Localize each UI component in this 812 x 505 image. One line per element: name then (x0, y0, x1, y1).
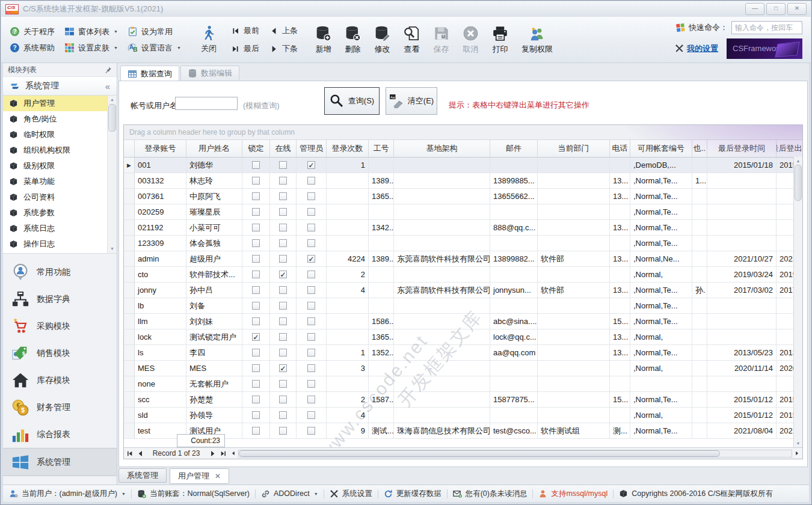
cell-workno[interactable]: 1389... (369, 173, 394, 188)
cell-org[interactable] (394, 204, 490, 219)
cell-admin[interactable] (297, 423, 327, 438)
cell-last_login[interactable] (707, 204, 777, 219)
scroll-down-icon[interactable]: ▼ (796, 439, 801, 447)
cell-dept[interactable]: 软件测试组 (538, 423, 610, 438)
cell-admin[interactable]: ✓ (297, 251, 327, 266)
cell-org[interactable]: 珠海喜鹊信息技术有限公司 (394, 423, 490, 438)
cell-account[interactable]: llm (135, 314, 186, 329)
horizontal-scroll-thumb[interactable] (239, 450, 720, 457)
column-header-org[interactable]: 基地架构 (394, 140, 490, 157)
cell-locked[interactable] (242, 267, 270, 282)
module-button-数据字典[interactable]: 数据字典 (3, 286, 117, 313)
cell-books[interactable]: ,Normal,Ne... (630, 251, 692, 266)
cell-account[interactable]: 003132 (135, 173, 186, 188)
cell-name[interactable]: 林志玲 (186, 173, 242, 188)
cell-locked[interactable] (242, 314, 270, 329)
cell-books[interactable]: ,Normal,Te... (630, 298, 692, 313)
cell-org[interactable] (394, 298, 490, 313)
cell-online[interactable] (270, 236, 297, 251)
toolbar-button-view[interactable]: 查看 (397, 22, 426, 57)
cell-last_login[interactable] (707, 329, 777, 344)
checkbox[interactable] (307, 364, 315, 372)
toolbar-button-copyperm[interactable]: 复制权限 (515, 22, 559, 57)
cell-online[interactable] (270, 408, 297, 423)
table-row[interactable]: MESMES✓3,Normal,2020/11/142020/1 (124, 361, 803, 376)
table-row[interactable]: none无套帐用户 (124, 376, 803, 392)
cell-phone[interactable] (610, 298, 630, 313)
table-row[interactable]: 003132林志玲1389...13899885...13...,Normal,… (124, 173, 803, 189)
cell-extra[interactable] (692, 423, 707, 438)
cell-books[interactable]: ,Normal,Te... (630, 220, 692, 235)
cell-last_login[interactable]: 2020/11/14 (707, 361, 777, 376)
table-row[interactable]: scc孙楚楚21587...15877875...15...,Normal,Te… (124, 392, 803, 408)
cell-name[interactable]: 测试锁定用户 (186, 329, 242, 344)
cell-email[interactable]: jonnysun... (490, 283, 538, 298)
cell-dept[interactable] (538, 267, 610, 282)
cell-org[interactable] (394, 408, 490, 423)
cell-online[interactable] (270, 220, 297, 235)
cell-admin[interactable] (297, 220, 327, 235)
cell-last_login[interactable] (707, 173, 777, 188)
cell-online[interactable] (270, 298, 297, 313)
cell-name[interactable]: 孙领导 (186, 408, 242, 423)
cell-extra[interactable] (692, 345, 707, 360)
sidebar-item-级别权限[interactable]: 级别权限 (3, 158, 108, 174)
cell-name[interactable]: 小菜可可 (186, 220, 242, 235)
record-first-button[interactable] (124, 448, 135, 458)
checkbox[interactable] (307, 349, 315, 357)
cell-workno[interactable] (369, 267, 394, 282)
status-item[interactable]: 系统设置 (330, 489, 372, 499)
cell-dept[interactable] (538, 189, 610, 204)
column-header-books[interactable]: 可用帐套编号 (630, 140, 692, 157)
column-header-account[interactable]: 登录账号 (135, 140, 186, 157)
cell-books[interactable]: ,DemoDB,... (630, 158, 692, 173)
checkbox[interactable] (307, 411, 315, 419)
record-last-button[interactable] (218, 448, 229, 458)
checkbox[interactable] (279, 161, 287, 169)
cell-last_login[interactable]: 2013/05/23 (707, 345, 777, 360)
checkbox[interactable]: ✓ (307, 255, 315, 263)
module-button-采购模块[interactable]: 采购模块 (3, 313, 117, 340)
cell-workno[interactable]: 1587... (369, 392, 394, 407)
cell-logins[interactable] (327, 329, 369, 344)
module-button-常用功能[interactable]: 常用功能 (3, 259, 117, 286)
cell-account[interactable]: 001 (135, 158, 186, 173)
cell-last_login[interactable]: 2015/01/12 (707, 392, 777, 407)
column-header-email[interactable]: 邮件 (490, 140, 538, 157)
checkbox[interactable] (252, 349, 260, 357)
checkbox[interactable] (307, 192, 315, 200)
cell-logins[interactable]: 4 (327, 283, 369, 298)
cell-org[interactable] (394, 376, 490, 391)
cell-online[interactable]: ✓ (270, 361, 297, 376)
sidebar-item-操作日志[interactable]: 操作日志 (3, 236, 108, 252)
cell-phone[interactable] (610, 361, 630, 376)
cell-account[interactable]: cto (135, 267, 186, 282)
cell-online[interactable] (270, 376, 297, 391)
cell-books[interactable]: ,Normal, (630, 408, 692, 423)
account-input[interactable] (175, 97, 238, 110)
checkbox[interactable] (307, 427, 315, 435)
sidebar-scroll-thumb[interactable] (108, 104, 116, 132)
cell-online[interactable] (270, 251, 297, 266)
sidebar-item-组织机构权限[interactable]: 组织机构权限 (3, 142, 108, 158)
sidebar-item-角色/岗位[interactable]: 角色/岗位 (3, 111, 108, 127)
cell-admin[interactable] (297, 173, 327, 188)
cell-account[interactable]: none (135, 376, 186, 391)
cell-org[interactable]: 东莞喜鹊软件科技有限公司 (394, 283, 490, 298)
cell-locked[interactable] (242, 173, 270, 188)
checkbox[interactable] (252, 302, 260, 310)
doc-tab-用户管理[interactable]: 用户管理✕ (170, 468, 229, 484)
cell-phone[interactable] (610, 267, 630, 282)
checkbox[interactable] (307, 208, 315, 216)
toolbar-button-fav[interactable]: 设为常用 (128, 26, 181, 37)
cell-extra[interactable] (692, 376, 707, 391)
status-item[interactable]: Copyrights 2006-2016 C/S框架网版权所有 (619, 489, 773, 499)
cell-extra[interactable] (692, 236, 707, 251)
cell-logins[interactable]: 4 (327, 408, 369, 423)
cell-name[interactable]: 刘刘妹 (186, 314, 242, 329)
checkbox[interactable] (252, 239, 260, 247)
cell-workno[interactable]: 1342... (369, 220, 394, 235)
scroll-down-icon[interactable]: ▼ (110, 245, 114, 253)
cell-name[interactable]: 软件部技术... (186, 267, 242, 282)
cell-extra[interactable] (692, 158, 707, 173)
